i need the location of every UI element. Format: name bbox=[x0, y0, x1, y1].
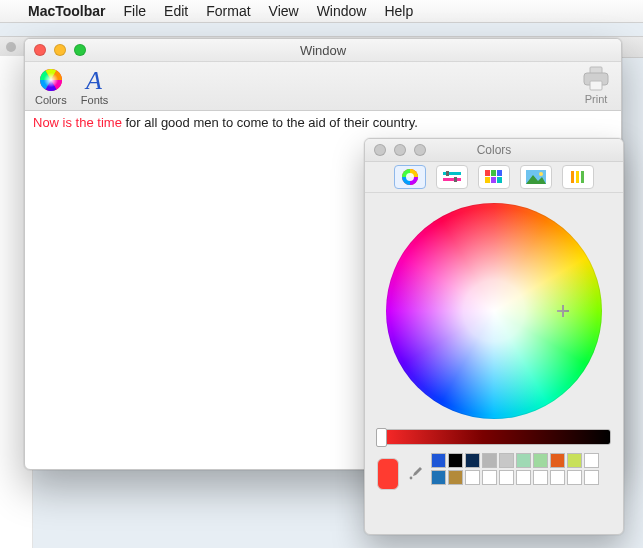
palette-swatch[interactable] bbox=[516, 470, 531, 485]
menu-view[interactable]: View bbox=[269, 3, 299, 19]
system-menubar: MacToolbar File Edit Format View Window … bbox=[0, 0, 643, 23]
current-color-swatch[interactable] bbox=[377, 458, 399, 490]
svg-rect-5 bbox=[590, 81, 602, 90]
palette-swatch[interactable] bbox=[516, 453, 531, 468]
toolbar-print-label: Print bbox=[585, 93, 608, 105]
app-menu[interactable]: MacToolbar bbox=[28, 3, 106, 19]
brightness-slider[interactable] bbox=[377, 429, 611, 445]
colors-panel-close-button[interactable] bbox=[374, 144, 386, 156]
svg-rect-14 bbox=[497, 170, 502, 176]
palette-swatch[interactable] bbox=[550, 470, 565, 485]
svg-rect-22 bbox=[576, 171, 579, 183]
colors-panel-titlebar[interactable]: Colors bbox=[365, 139, 623, 162]
color-wheel-marker[interactable] bbox=[557, 305, 569, 317]
fonts-icon: A bbox=[82, 67, 108, 93]
svg-rect-9 bbox=[443, 178, 461, 181]
svg-text:A: A bbox=[84, 67, 102, 93]
colors-panel-tabs bbox=[365, 162, 623, 193]
tab-color-wheel[interactable] bbox=[394, 165, 426, 189]
swatch-row bbox=[365, 453, 623, 501]
tab-image-palettes[interactable] bbox=[520, 165, 552, 189]
menu-format[interactable]: Format bbox=[206, 3, 250, 19]
palette-swatch[interactable] bbox=[431, 453, 446, 468]
svg-rect-16 bbox=[491, 177, 496, 183]
window-title: Window bbox=[25, 43, 621, 58]
window-toolbar: Colors A Fonts Print bbox=[25, 62, 621, 111]
colors-panel: Colors bbox=[364, 138, 624, 535]
document-highlight-text: Now is the time bbox=[33, 115, 122, 130]
palette-swatch[interactable] bbox=[448, 470, 463, 485]
palette-swatch[interactable] bbox=[533, 453, 548, 468]
color-wheel[interactable] bbox=[386, 203, 602, 419]
toolbar-colors-label: Colors bbox=[35, 94, 67, 106]
window-minimize-button[interactable] bbox=[54, 44, 66, 56]
svg-rect-10 bbox=[446, 171, 449, 176]
svg-rect-17 bbox=[497, 177, 502, 183]
document-rest-text: for all good men to come to the aid of t… bbox=[122, 115, 418, 130]
window-titlebar[interactable]: Window bbox=[25, 39, 621, 62]
svg-rect-21 bbox=[571, 171, 574, 183]
color-wheel-area bbox=[365, 193, 623, 425]
palette-swatch[interactable] bbox=[482, 470, 497, 485]
svg-rect-8 bbox=[443, 172, 461, 175]
svg-point-24 bbox=[410, 477, 413, 480]
menu-edit[interactable]: Edit bbox=[164, 3, 188, 19]
color-palette-grid bbox=[431, 453, 599, 485]
window-traffic-lights bbox=[25, 44, 86, 56]
svg-point-20 bbox=[539, 172, 543, 176]
colors-panel-minimize-button[interactable] bbox=[394, 144, 406, 156]
menu-help[interactable]: Help bbox=[384, 3, 413, 19]
palette-swatch[interactable] bbox=[448, 453, 463, 468]
svg-point-1 bbox=[40, 69, 62, 91]
svg-rect-23 bbox=[581, 171, 584, 183]
toolbar-colors-button[interactable]: Colors bbox=[35, 67, 67, 106]
tab-color-sliders[interactable] bbox=[436, 165, 468, 189]
palette-swatch[interactable] bbox=[465, 453, 480, 468]
tab-pencils[interactable] bbox=[562, 165, 594, 189]
svg-rect-13 bbox=[491, 170, 496, 176]
window-close-button[interactable] bbox=[34, 44, 46, 56]
menu-file[interactable]: File bbox=[124, 3, 147, 19]
svg-rect-11 bbox=[454, 177, 457, 182]
palette-swatch[interactable] bbox=[567, 453, 582, 468]
toolbar-fonts-button[interactable]: A Fonts bbox=[81, 67, 109, 106]
eyedropper-button[interactable] bbox=[407, 465, 423, 483]
palette-swatch[interactable] bbox=[499, 470, 514, 485]
tab-color-palettes[interactable] bbox=[478, 165, 510, 189]
toolbar-print-button[interactable]: Print bbox=[581, 66, 611, 105]
brightness-slider-knob[interactable] bbox=[376, 428, 387, 447]
window-zoom-button[interactable] bbox=[74, 44, 86, 56]
palette-swatch[interactable] bbox=[550, 453, 565, 468]
colors-panel-zoom-button[interactable] bbox=[414, 144, 426, 156]
palette-swatch[interactable] bbox=[431, 470, 446, 485]
palette-swatch[interactable] bbox=[584, 453, 599, 468]
palette-swatch[interactable] bbox=[584, 470, 599, 485]
printer-icon bbox=[581, 66, 611, 92]
colors-panel-traffic-lights bbox=[365, 144, 426, 156]
menu-window[interactable]: Window bbox=[317, 3, 367, 19]
palette-swatch[interactable] bbox=[499, 453, 514, 468]
palette-swatch[interactable] bbox=[465, 470, 480, 485]
toolbar-fonts-label: Fonts bbox=[81, 94, 109, 106]
palette-swatch[interactable] bbox=[567, 470, 582, 485]
svg-point-7 bbox=[406, 173, 414, 181]
color-wheel-icon bbox=[38, 67, 64, 93]
palette-swatch[interactable] bbox=[482, 453, 497, 468]
svg-rect-15 bbox=[485, 177, 490, 183]
svg-rect-12 bbox=[485, 170, 490, 176]
palette-swatch[interactable] bbox=[533, 470, 548, 485]
document-text-area[interactable]: Now is the time for all good men to come… bbox=[25, 111, 621, 136]
